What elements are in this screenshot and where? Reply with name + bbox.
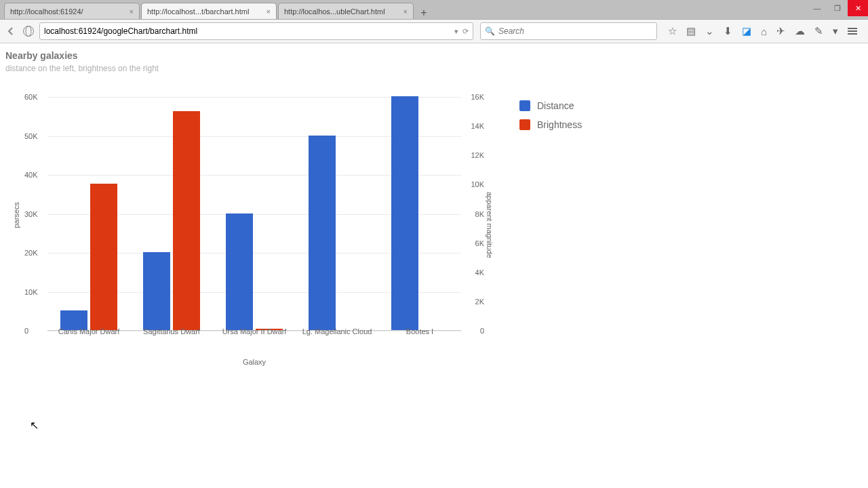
close-tab-icon[interactable]: × bbox=[130, 7, 134, 16]
back-button[interactable] bbox=[4, 24, 18, 38]
legend-label: Distance bbox=[537, 100, 574, 111]
y-right-tick: 16K bbox=[471, 93, 484, 101]
chart-title: Nearby galaxies bbox=[5, 50, 863, 61]
legend-swatch-icon bbox=[519, 119, 530, 130]
reload-icon[interactable]: ⟳ bbox=[462, 27, 469, 36]
bar-distance[interactable] bbox=[309, 136, 336, 331]
chart-legend: Distance Brightness bbox=[519, 100, 582, 138]
y-left-tick: 50K bbox=[24, 132, 38, 140]
arrow-left-icon bbox=[6, 26, 16, 36]
new-tab-button[interactable]: + bbox=[415, 7, 433, 19]
y-right-tick: 0 bbox=[480, 327, 484, 335]
home-icon[interactable]: ⌂ bbox=[761, 26, 767, 37]
y-right-tick: 10K bbox=[471, 180, 484, 188]
y-left-tick: 0 bbox=[24, 327, 28, 335]
close-tab-icon[interactable]: × bbox=[403, 7, 408, 16]
y-left-tick: 10K bbox=[24, 288, 38, 296]
browser-tab[interactable]: http://localhost...t/barchart.html × bbox=[141, 3, 277, 19]
globe-icon bbox=[23, 26, 34, 37]
chart-area: parsecs apparent magnitude 010K20K30K40K… bbox=[5, 87, 863, 405]
legend-label: Brightness bbox=[537, 119, 582, 130]
toolbar-icons: ☆ ▤ ⌄ ⬇ ◪ ⌂ ✈ ☁ ✎ ▾ bbox=[661, 25, 864, 37]
mouse-cursor-icon: ↖ bbox=[30, 419, 39, 432]
browser-toolbar: ▾ ⟳ 🔍 ☆ ▤ ⌄ ⬇ ◪ ⌂ ✈ ☁ ✎ ▾ bbox=[0, 19, 868, 43]
y-left-tick: 60K bbox=[24, 93, 38, 101]
bar-brightness[interactable] bbox=[173, 111, 200, 330]
close-window-button[interactable]: ✕ bbox=[848, 0, 868, 16]
close-tab-icon[interactable]: × bbox=[267, 7, 271, 16]
browser-tab[interactable]: http://localhos...ubleChart.html × bbox=[278, 3, 414, 19]
legend-item-brightness[interactable]: Brightness bbox=[519, 119, 582, 130]
tab-label: http://localhost:61924/ bbox=[10, 7, 83, 16]
y-right-tick: 4K bbox=[475, 268, 484, 277]
url-input[interactable] bbox=[44, 26, 450, 36]
y-axis-right-label: apparent magnitude bbox=[486, 192, 494, 258]
y-right-tick: 6K bbox=[475, 239, 484, 247]
x-axis-label: Galaxy bbox=[47, 358, 461, 366]
x-category-label: Lg. Magellanic Cloud bbox=[302, 327, 372, 336]
legend-swatch-icon bbox=[519, 100, 530, 111]
send-icon[interactable]: ✈ bbox=[776, 25, 785, 37]
search-input[interactable] bbox=[498, 26, 652, 36]
customize-icon[interactable]: ✎ bbox=[814, 25, 823, 37]
browser-tabstrip: http://localhost:61924/ × http://localho… bbox=[0, 0, 868, 19]
bar-distance[interactable] bbox=[226, 214, 253, 331]
maximize-button[interactable]: ❐ bbox=[827, 0, 848, 16]
page-viewport: Nearby galaxies distance on the left, br… bbox=[0, 43, 868, 488]
bookmark-star-icon[interactable]: ☆ bbox=[668, 25, 677, 37]
bar-distance[interactable] bbox=[143, 252, 170, 330]
site-identity-button[interactable] bbox=[22, 24, 35, 38]
tab-label: http://localhost...t/barchart.html bbox=[147, 7, 249, 16]
chat-icon[interactable]: ☁ bbox=[795, 25, 805, 37]
pocket-icon[interactable]: ⌄ bbox=[705, 25, 714, 37]
search-bar[interactable]: 🔍 bbox=[480, 22, 657, 40]
x-category-label: Canis Major Dwarf bbox=[58, 327, 119, 336]
x-category-label: Sagittarius Dwarf bbox=[143, 327, 200, 336]
bar-distance[interactable] bbox=[391, 96, 418, 330]
reader-mode-icon[interactable]: ▾ bbox=[454, 27, 458, 36]
apps-icon[interactable]: ◪ bbox=[742, 25, 751, 37]
y-left-tick: 40K bbox=[24, 171, 38, 179]
x-category-label: Bootes I bbox=[406, 327, 433, 336]
minimize-button[interactable]: — bbox=[807, 0, 827, 16]
y-right-tick: 8K bbox=[475, 210, 484, 218]
search-icon: 🔍 bbox=[485, 26, 495, 36]
legend-item-distance[interactable]: Distance bbox=[519, 100, 582, 111]
address-bar[interactable]: ▾ ⟳ bbox=[39, 22, 473, 40]
y-left-tick: 20K bbox=[24, 249, 38, 257]
plot-region: 010K20K30K40K50K60K02K4K6K8K10K12K14K16K bbox=[47, 97, 461, 331]
library-icon[interactable]: ▤ bbox=[686, 25, 696, 37]
y-right-tick: 2K bbox=[475, 298, 484, 306]
y-left-tick: 30K bbox=[24, 210, 38, 218]
x-category-label: Ursa Major II Dwarf bbox=[222, 327, 287, 336]
window-controls: — ❐ ✕ bbox=[807, 0, 868, 19]
more-dropdown-icon[interactable]: ▾ bbox=[833, 25, 838, 37]
y-right-tick: 14K bbox=[471, 122, 484, 130]
menu-icon[interactable] bbox=[848, 28, 857, 35]
y-axis-left-label: parsecs bbox=[12, 202, 20, 228]
download-icon[interactable]: ⬇ bbox=[724, 25, 732, 37]
bar-brightness[interactable] bbox=[90, 184, 117, 330]
y-right-tick: 12K bbox=[471, 151, 484, 159]
chart-subtitle: distance on the left, brightness on the … bbox=[5, 64, 863, 73]
browser-tab[interactable]: http://localhost:61924/ × bbox=[4, 3, 140, 19]
tab-label: http://localhos...ubleChart.html bbox=[284, 7, 385, 16]
